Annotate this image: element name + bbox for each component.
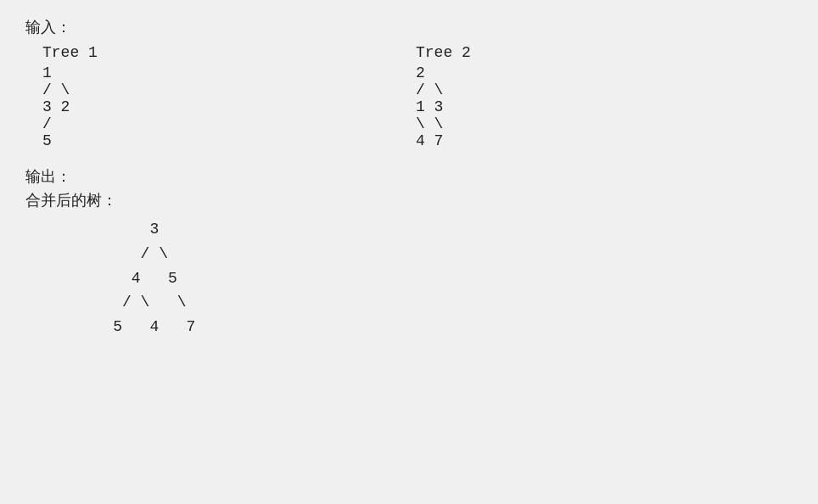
tree2-line: 2	[416, 64, 471, 81]
merged-tree-line: 4 5	[76, 266, 793, 291]
tree1-line: 5	[42, 132, 365, 149]
merged-tree-line: 5 4 7	[76, 315, 793, 339]
tree2-line: 4 7	[416, 132, 471, 149]
tree2-line: / \	[416, 81, 471, 98]
input-label: 输入：	[25, 17, 793, 37]
merged-label: 合并后的树：	[25, 190, 793, 210]
tree2-line: \ \	[416, 115, 471, 132]
output-label: 输出：	[25, 166, 793, 187]
tree2-title: Tree 2	[416, 44, 471, 61]
merged-tree-line: / \ \	[76, 290, 793, 315]
merged-tree-line: / \	[76, 242, 793, 266]
tree1-line: / \	[42, 81, 365, 98]
merged-tree-diagram: 3 / \ 4 5 / \ \ 5 4 7	[76, 217, 793, 339]
tree2-line: 1 3	[416, 98, 471, 115]
tree1-diagram: 1 / \ 3 2 / 5	[42, 64, 365, 149]
tree2-block: Tree 2 2 / \ 1 3 \ \ 4 7	[416, 44, 471, 149]
tree1-block: Tree 1 1 / \ 3 2 / 5	[42, 44, 365, 149]
tree1-line: /	[42, 115, 365, 132]
tree1-line: 3 2	[42, 98, 365, 115]
tree1-line: 1	[42, 64, 365, 81]
merged-tree-line: 3	[76, 217, 793, 242]
tree2-diagram: 2 / \ 1 3 \ \ 4 7	[416, 64, 471, 149]
tree1-title: Tree 1	[42, 44, 365, 61]
